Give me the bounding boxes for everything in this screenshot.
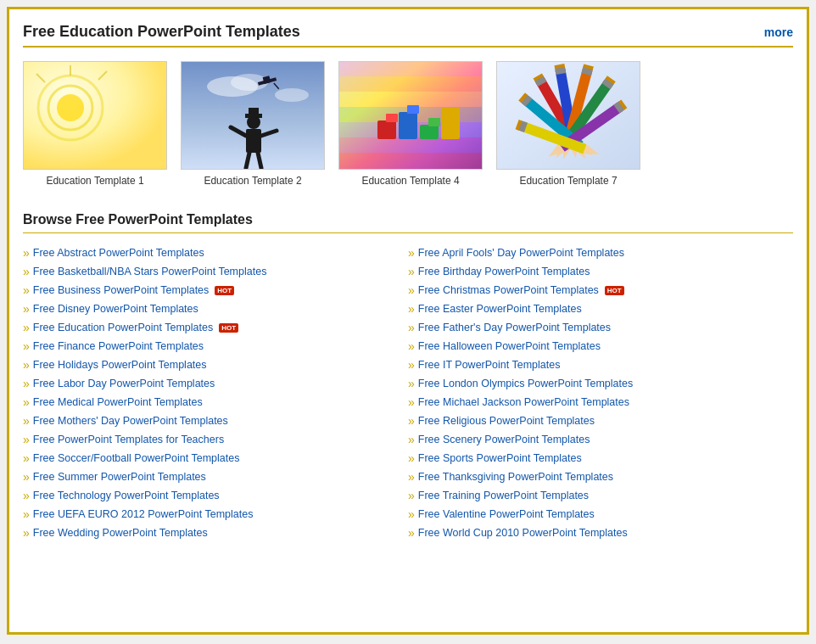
- left-link-5[interactable]: Free Finance PowerPoint Templates: [33, 340, 204, 352]
- right-link-4[interactable]: Free Father's Day PowerPoint Templates: [418, 322, 611, 333]
- left-link-item: »Free Abstract PowerPoint Templates: [23, 245, 408, 260]
- template-item-7[interactable]: Education Template 7: [496, 61, 640, 187]
- education-title: Free Education PowerPoint Templates: [23, 23, 300, 41]
- template-thumb-3[interactable]: [338, 61, 483, 170]
- right-link-item: »Free April Fools' Day PowerPoint Templa…: [408, 245, 793, 260]
- left-link-item: »Free Basketball/NBA Stars PowerPoint Te…: [23, 264, 408, 279]
- template-thumb-2[interactable]: [181, 61, 325, 170]
- right-links-column: »Free April Fools' Day PowerPoint Templa…: [408, 245, 793, 540]
- template-item-2[interactable]: Education Template 2: [181, 61, 325, 187]
- left-link-4[interactable]: Free Education PowerPoint Templates: [33, 322, 213, 333]
- bullet-icon: »: [23, 322, 30, 333]
- bullet-icon: »: [23, 452, 30, 464]
- svg-rect-25: [339, 92, 482, 107]
- left-link-item: »Free Education PowerPoint TemplatesHOT: [23, 320, 408, 335]
- left-link-item: »Free Wedding PowerPoint Templates: [23, 525, 408, 540]
- bullet-icon: »: [23, 434, 30, 445]
- main-container: Free Education PowerPoint Templates more: [7, 7, 809, 635]
- left-link-10[interactable]: Free PowerPoint Templates for Teachers: [33, 434, 224, 445]
- links-grid: »Free Abstract PowerPoint Templates»Free…: [23, 245, 793, 540]
- svg-rect-0: [24, 61, 166, 170]
- bullet-icon: »: [23, 303, 30, 315]
- bullet-icon: »: [23, 490, 30, 501]
- right-link-item: »Free Easter PowerPoint Templates: [408, 301, 793, 316]
- right-link-5[interactable]: Free Halloween PowerPoint Templates: [418, 340, 601, 352]
- left-link-1[interactable]: Free Basketball/NBA Stars PowerPoint Tem…: [33, 266, 267, 277]
- right-link-15[interactable]: Free World Cup 2010 PowerPoint Templates: [418, 527, 628, 539]
- svg-rect-24: [339, 76, 482, 92]
- left-link-item: »Free Holidays PowerPoint Templates: [23, 357, 408, 372]
- template-thumb-1[interactable]: [23, 61, 167, 170]
- left-link-7[interactable]: Free Labor Day PowerPoint Templates: [33, 378, 215, 389]
- right-link-13[interactable]: Free Training PowerPoint Templates: [418, 490, 589, 501]
- template-label-7: Education Template 7: [519, 175, 617, 187]
- browse-title: Browse Free PowerPoint Templates: [23, 212, 793, 233]
- svg-rect-23: [339, 61, 482, 76]
- right-link-12[interactable]: Free Thanksgiving PowerPoint Templates: [418, 471, 613, 483]
- right-link-item: »Free Sports PowerPoint Templates: [408, 451, 793, 466]
- right-link-11[interactable]: Free Sports PowerPoint Templates: [418, 452, 582, 464]
- right-link-10[interactable]: Free Scenery PowerPoint Templates: [418, 434, 590, 445]
- template-item-1[interactable]: Education Template 1: [23, 61, 167, 187]
- right-link-item: »Free IT PowerPoint Templates: [408, 357, 793, 372]
- left-link-item: »Free Soccer/Football PowerPoint Templat…: [23, 451, 408, 466]
- left-link-3[interactable]: Free Disney PowerPoint Templates: [33, 303, 198, 315]
- svg-rect-34: [386, 114, 398, 122]
- left-link-item: »Free Labor Day PowerPoint Templates: [23, 376, 408, 391]
- right-link-item: »Free Scenery PowerPoint Templates: [408, 432, 793, 447]
- template-thumb-4[interactable]: [496, 61, 640, 170]
- right-link-3[interactable]: Free Easter PowerPoint Templates: [418, 303, 582, 315]
- left-link-item: »Free Finance PowerPoint Templates: [23, 339, 408, 354]
- left-link-14[interactable]: Free UEFA EURO 2012 PowerPoint Templates: [33, 508, 254, 520]
- svg-point-3: [57, 94, 84, 121]
- right-link-9[interactable]: Free Religious PowerPoint Templates: [418, 415, 595, 427]
- svg-rect-15: [246, 129, 261, 153]
- left-link-8[interactable]: Free Medical PowerPoint Templates: [33, 396, 203, 408]
- bullet-icon: »: [23, 284, 30, 296]
- svg-rect-32: [420, 125, 439, 139]
- left-link-2[interactable]: Free Business PowerPoint Templates: [33, 284, 210, 296]
- left-link-item: »Free Business PowerPoint TemplatesHOT: [23, 283, 408, 298]
- bullet-icon: »: [408, 303, 415, 315]
- right-link-item: »Free Religious PowerPoint Templates: [408, 413, 793, 428]
- svg-point-10: [275, 88, 309, 102]
- svg-rect-33: [441, 108, 460, 139]
- right-link-2[interactable]: Free Christmas PowerPoint Templates: [418, 284, 599, 296]
- left-link-0[interactable]: Free Abstract PowerPoint Templates: [33, 247, 204, 259]
- right-link-7[interactable]: Free London Olympics PowerPoint Template…: [418, 378, 633, 389]
- right-link-item: »Free London Olympics PowerPoint Templat…: [408, 376, 793, 391]
- svg-rect-31: [399, 112, 417, 139]
- left-link-item: »Free PowerPoint Templates for Teachers: [23, 432, 408, 447]
- left-link-12[interactable]: Free Summer PowerPoint Templates: [33, 471, 206, 483]
- bullet-icon: »: [408, 284, 415, 296]
- hot-badge: HOT: [605, 286, 624, 295]
- right-link-14[interactable]: Free Valentine PowerPoint Templates: [418, 508, 595, 520]
- bullet-icon: »: [23, 508, 30, 520]
- left-link-13[interactable]: Free Technology PowerPoint Templates: [33, 490, 220, 501]
- hot-badge: HOT: [219, 323, 238, 333]
- bullet-icon: »: [23, 471, 30, 483]
- right-link-item: »Free Michael Jackson PowerPoint Templat…: [408, 395, 793, 410]
- left-link-item: »Free UEFA EURO 2012 PowerPoint Template…: [23, 507, 408, 522]
- right-link-6[interactable]: Free IT PowerPoint Templates: [418, 359, 561, 371]
- right-link-8[interactable]: Free Michael Jackson PowerPoint Template…: [418, 396, 629, 408]
- svg-rect-21: [249, 108, 259, 115]
- bullet-icon: »: [23, 247, 30, 259]
- hot-badge: HOT: [215, 286, 234, 295]
- bullet-icon: »: [408, 266, 415, 277]
- right-link-1[interactable]: Free Birthday PowerPoint Templates: [418, 266, 590, 277]
- left-link-15[interactable]: Free Wedding PowerPoint Templates: [33, 527, 208, 539]
- svg-rect-35: [407, 105, 419, 114]
- template-item-4[interactable]: Education Template 4: [338, 61, 483, 187]
- bullet-icon: »: [408, 527, 415, 539]
- left-link-item: »Free Mothers' Day PowerPoint Templates: [23, 413, 408, 428]
- more-link[interactable]: more: [764, 25, 793, 39]
- left-link-item: »Free Summer PowerPoint Templates: [23, 469, 408, 484]
- right-link-item: »Free Father's Day PowerPoint Templates: [408, 320, 793, 335]
- left-link-9[interactable]: Free Mothers' Day PowerPoint Templates: [33, 415, 228, 427]
- right-link-item: »Free Christmas PowerPoint TemplatesHOT: [408, 283, 793, 298]
- left-link-11[interactable]: Free Soccer/Football PowerPoint Template…: [33, 452, 240, 464]
- left-link-6[interactable]: Free Holidays PowerPoint Templates: [33, 359, 207, 371]
- right-link-0[interactable]: Free April Fools' Day PowerPoint Templat…: [418, 247, 624, 259]
- bullet-icon: »: [408, 378, 415, 389]
